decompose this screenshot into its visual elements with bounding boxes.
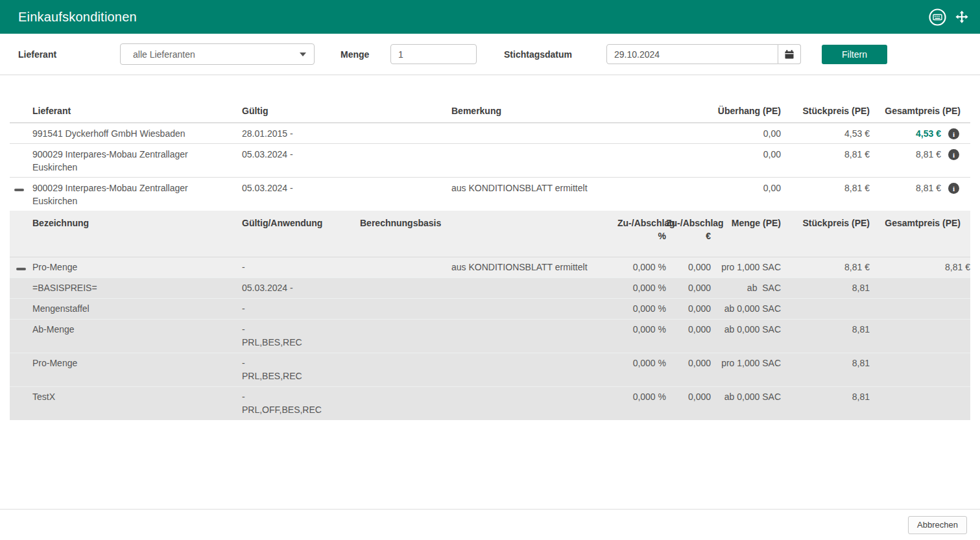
cell-lieferant: 900029 Interpares-Mobau Zentrallager Eus…	[32, 178, 242, 211]
col-ueberhang: Überhang (PE)	[679, 104, 781, 123]
gueltig-value: -	[242, 390, 360, 403]
info-icon[interactable]: i	[948, 128, 959, 139]
cell-gesamtpreis	[870, 387, 970, 420]
collapse-icon[interactable]	[14, 189, 24, 191]
calendar-button[interactable]	[778, 44, 801, 64]
lieferant-label: Lieferant	[18, 49, 120, 60]
subcol-bezeichnung: Bezeichnung	[32, 211, 242, 229]
toggle-column-header	[10, 117, 32, 123]
cell-menge: ab 0,000 SAC	[711, 299, 781, 319]
info-icon[interactable]: i	[948, 183, 959, 194]
menge-label: Menge	[341, 49, 390, 60]
row-toggle-placeholder	[10, 123, 32, 143]
subcol-zu-abschlag-euro: Zu-/Abschlag €	[666, 211, 711, 242]
cell-zu-abschlag-euro: 0,000	[666, 387, 711, 420]
filter-bar: Lieferant alle Lieferanten Menge Stichta…	[0, 34, 980, 75]
filtern-button[interactable]: Filtern	[822, 45, 887, 64]
cell-bezeichnung: Ab-Menge	[32, 320, 242, 353]
row-toggle-placeholder	[10, 320, 32, 353]
cell-zu-abschlag-prozent: 0,000 %	[617, 278, 666, 298]
cell-zu-abschlag-prozent: 0,000 %	[617, 387, 666, 420]
keyboard-icon[interactable]	[928, 8, 946, 26]
cell-bezeichnung: =BASISPREIS=	[32, 278, 242, 298]
gueltig-value: -	[242, 261, 360, 274]
cell-gesamtpreis	[870, 278, 970, 298]
cell-berechnungsbasis	[360, 387, 617, 420]
move-icon[interactable]	[953, 8, 971, 26]
subcol-gueltig-anwendung: Gültig/Anwendung	[242, 211, 360, 229]
subtable-row[interactable]: Mengenstaffel - 0,000 % 0,000 ab 0,000 S…	[10, 298, 970, 319]
table-header-row: Lieferant Gültig Bemerkung Überhang (PE)…	[10, 75, 970, 123]
cell-stueckpreis: 8,81	[781, 353, 870, 386]
subtable-row[interactable]: =BASISPREIS= 05.03.2024 - 0,000 % 0,000 …	[10, 277, 970, 298]
cell-stueckpreis: 4,53 €	[781, 123, 870, 143]
cell-zu-abschlag-prozent: 0,000 %	[617, 257, 666, 277]
page-title: Einkaufskonditionen	[18, 10, 137, 25]
cell-stueckpreis: 8,81 €	[781, 144, 870, 177]
stichtagsdatum-input[interactable]	[606, 44, 778, 64]
cell-ueberhang: 0,00	[679, 178, 781, 211]
cell-zu-abschlag-prozent: 0,000 %	[617, 353, 666, 386]
cell-gesamtpreis	[870, 353, 970, 386]
row-toggle-placeholder	[10, 299, 32, 319]
cell-menge: ab SAC	[711, 278, 781, 298]
collapse-icon[interactable]	[16, 268, 26, 270]
menge-input[interactable]	[390, 44, 477, 64]
table-row[interactable]: 900029 Interpares-Mobau Zentrallager Eus…	[10, 144, 970, 178]
cell-zu-abschlag-euro: 0,000	[666, 320, 711, 353]
toggle-column-header	[10, 211, 32, 217]
col-gesamtpreis: Gesamtpreis (PE)	[870, 104, 970, 123]
chevron-down-icon	[300, 53, 306, 56]
table-row-expanded[interactable]: 900029 Interpares-Mobau Zentrallager Eus…	[10, 178, 970, 211]
cell-zu-abschlag-euro: 0,000	[666, 257, 711, 277]
gesamtpreis-value: 4,53 €	[916, 127, 941, 140]
cell-bemerkung: aus KONDITIONSBLATT ermittelt	[451, 178, 679, 211]
cell-zu-abschlag-prozent: 0,000 %	[617, 299, 666, 319]
cell-stueckpreis: 8,81 €	[781, 257, 870, 277]
cell-gueltig-anwendung: -	[242, 257, 360, 277]
col-lieferant: Lieferant	[32, 104, 242, 123]
subtable-row[interactable]: Pro-Menge - PRL,BES,REC 0,000 % 0,000 pr…	[10, 353, 970, 386]
cell-gueltig-anwendung: - PRL,OFF,BES,REC	[242, 387, 360, 420]
row-toggle-placeholder	[10, 278, 32, 298]
cell-ueberhang: 0,00	[679, 123, 781, 143]
col-bemerkung: Bemerkung	[451, 104, 679, 123]
cell-ueberhang: 0,00	[679, 144, 781, 177]
cell-gueltig: 28.01.2015 -	[242, 123, 451, 143]
subtable-header-row: Bezeichnung Gültig/Anwendung Berechnungs…	[10, 211, 970, 257]
subtable-row[interactable]: Pro-Menge - aus KONDITIONSBLATT ermittel…	[10, 257, 970, 277]
cell-lieferant: 991541 Dyckerhoff GmbH Wiesbaden	[32, 123, 242, 143]
subtable-row[interactable]: TestX - PRL,OFF,BES,REC 0,000 % 0,000 ab…	[10, 386, 970, 420]
cell-stueckpreis: 8,81 €	[781, 178, 870, 211]
row-toggle-cell	[10, 257, 32, 277]
subcol-stueckpreis: Stückpreis (PE)	[781, 211, 870, 229]
stichtagsdatum-label: Stichtagsdatum	[504, 49, 606, 60]
abbrechen-button[interactable]: Abbrechen	[908, 516, 967, 534]
cell-gesamtpreis: 8,81 € i	[870, 178, 970, 211]
anwendung-value: PRL,OFF,BES,REC	[242, 403, 360, 416]
cell-zu-abschlag-euro: 0,000	[666, 353, 711, 386]
cell-bemerkung	[451, 144, 679, 177]
col-gueltig: Gültig	[242, 104, 451, 123]
info-icon[interactable]: i	[948, 149, 959, 160]
cell-menge: ab 0,000 SAC	[711, 320, 781, 353]
cell-gesamtpreis	[870, 299, 970, 319]
row-toggle-placeholder	[10, 387, 32, 420]
subtable-row[interactable]: Ab-Menge - PRL,BES,REC 0,000 % 0,000 ab …	[10, 319, 970, 353]
cell-zu-abschlag-euro: 0,000	[666, 299, 711, 319]
row-toggle-cell	[10, 178, 32, 211]
gueltig-value: 05.03.2024 -	[242, 281, 360, 294]
cell-stueckpreis: 8,81	[781, 278, 870, 298]
lieferant-dropdown[interactable]: alle Lieferanten	[120, 43, 315, 65]
subcol-berechnungsbasis: Berechnungsbasis	[360, 211, 617, 229]
cell-lieferant: 900029 Interpares-Mobau Zentrallager Eus…	[32, 144, 242, 177]
cell-berechnungsbasis	[360, 278, 617, 298]
subcol-zu-abschlag-prozent: Zu-/Abschlag %	[617, 211, 666, 242]
cell-stueckpreis: 8,81	[781, 387, 870, 420]
anwendung-value: PRL,BES,REC	[242, 336, 360, 349]
cell-gueltig-anwendung: -	[242, 299, 360, 319]
cell-bezeichnung: Pro-Menge	[32, 353, 242, 386]
cell-berechnungsbasis: aus KONDITIONSBLATT ermittelt	[360, 257, 617, 277]
gueltig-value: -	[242, 323, 360, 336]
table-row[interactable]: 991541 Dyckerhoff GmbH Wiesbaden 28.01.2…	[10, 123, 970, 144]
